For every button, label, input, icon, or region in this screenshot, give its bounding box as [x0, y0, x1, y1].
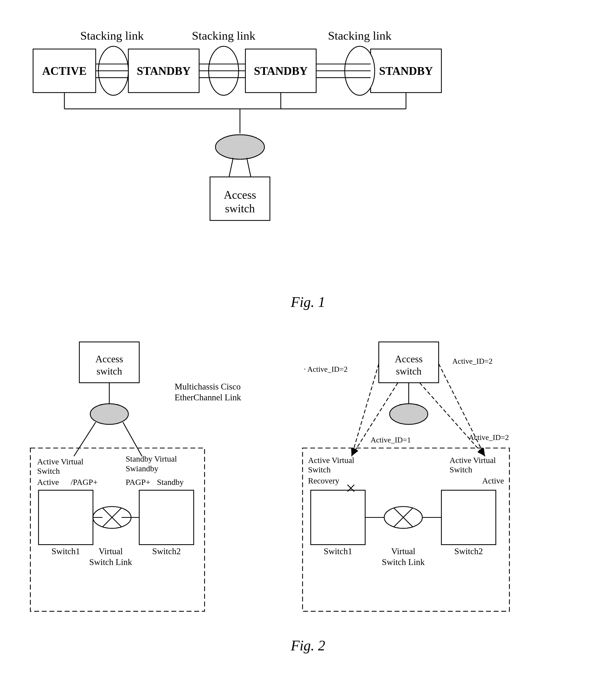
right-switch1-box — [311, 490, 365, 544]
right-switch2-label: Switch2 — [454, 546, 483, 556]
standby1-label: STANDBY — [137, 64, 190, 77]
left-pagp-1: /PAGP+ — [71, 478, 98, 487]
fig2-label: Fig. 2 — [22, 637, 594, 654]
left-oval — [90, 404, 128, 424]
left-switch2-label: Switch2 — [152, 546, 181, 556]
right-switch2-box — [441, 490, 496, 544]
right-arrow-center-left — [352, 383, 398, 456]
right-oval — [390, 404, 428, 424]
left-access-switch-line2: switch — [96, 366, 122, 377]
active-label: ACTIVE — [42, 64, 87, 77]
right-active-vs-right-line1: Active Virtual — [450, 456, 496, 465]
right-active-vs-left-line2: Switch — [308, 465, 331, 474]
multichassis-label-line2: EtherChannel Link — [175, 393, 241, 402]
stacking-link-label-3: Stacking link — [328, 29, 391, 42]
left-access-switch-line1: Access — [95, 354, 123, 365]
left-standby-vs-line1: Standby Virtual — [126, 454, 177, 463]
right-access-switch-line2: switch — [396, 366, 422, 377]
access-ellipse — [216, 135, 265, 159]
right-switch1-label: Switch1 — [324, 546, 352, 556]
left-switch2-box — [139, 490, 193, 544]
right-vsl-label-line1: Virtual — [391, 546, 415, 556]
left-active-vs-line1: Active Virtual — [37, 457, 84, 466]
right-active-id2-bottom: Active_ID=2 — [469, 433, 509, 442]
stacking-link-label-2: Stacking link — [192, 29, 256, 42]
right-active-vs-right-line2: Switch — [450, 465, 472, 474]
fig1-label: Fig. 1 — [22, 294, 594, 310]
access-switch-label-line2: switch — [225, 202, 255, 215]
right-dashed-boundary — [303, 448, 510, 611]
left-switch1-box — [39, 490, 93, 544]
right-recovery-label: Recovery — [308, 476, 340, 485]
right-active-right-label: Active — [482, 476, 504, 485]
svg-line-19 — [74, 422, 96, 456]
left-vsl-label-line1: Virtual — [98, 546, 123, 556]
right-active-id2-top-left: · Active_ID=2 — [304, 365, 348, 373]
standby3-label: STANDBY — [379, 64, 433, 77]
right-vsl-label-line2: Switch Link — [382, 557, 425, 567]
right-active-id2-top-right: Active_ID=2 — [452, 357, 493, 365]
svg-line-16 — [229, 158, 233, 177]
left-vsl-label-line2: Switch Link — [89, 557, 132, 567]
svg-line-17 — [247, 158, 251, 177]
left-standby-label: Standby — [157, 478, 184, 487]
access-switch-label-line1: Access — [224, 188, 256, 201]
left-active-vs-line2: Switch — [37, 466, 60, 476]
right-arrow-center-right — [420, 383, 485, 456]
left-pagp-2: PAGP+ — [126, 478, 150, 487]
right-active-id1-label: Active_ID=1 — [370, 436, 411, 444]
stacking-link-label-1: Stacking link — [80, 29, 144, 42]
right-access-switch-line1: Access — [395, 354, 423, 365]
right-arrow-right-1 — [439, 364, 485, 456]
left-standby-vs-line2: Swiandby — [126, 464, 159, 473]
left-switch1-label: Switch1 — [52, 546, 80, 556]
fig2-diagram: Access switch Multichassis Cisco EtherCh… — [22, 332, 594, 626]
right-active-vs-left-line1: Active Virtual — [308, 456, 354, 465]
multichassis-label-line1: Multichassis Cisco — [175, 382, 241, 392]
svg-line-20 — [123, 422, 142, 456]
standby2-label: STANDBY — [254, 64, 308, 77]
left-active-label: Active — [37, 478, 59, 487]
fig1-diagram: Stacking link Stacking link Stacking lin… — [22, 17, 594, 283]
page: Stacking link Stacking link Stacking lin… — [0, 0, 616, 677]
